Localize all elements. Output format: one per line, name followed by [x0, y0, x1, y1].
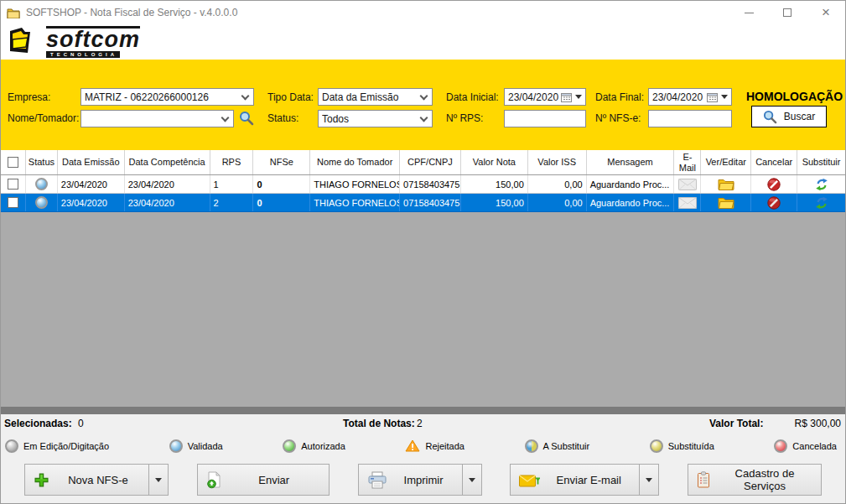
- send-email-icon: [519, 473, 540, 487]
- data-competencia-cell: 23/04/2020: [125, 194, 210, 211]
- row-checkbox[interactable]: [8, 179, 18, 190]
- cadastro-servicos-button[interactable]: Cadastro de Serviços: [688, 464, 822, 496]
- col-email[interactable]: E-Mail: [674, 150, 701, 174]
- col-data-competencia[interactable]: Data Competência: [125, 150, 210, 174]
- col-ver-editar[interactable]: Ver/Editar: [701, 150, 751, 174]
- dropdown-arrow-icon: [469, 478, 475, 482]
- dropdown-arrow-icon: [646, 478, 652, 482]
- nome-tomador-select[interactable]: [80, 110, 234, 127]
- valor-total-value: R$ 300,00: [795, 418, 841, 429]
- legend-substituida: Substituída: [650, 439, 714, 453]
- col-rps[interactable]: RPS: [210, 150, 254, 174]
- col-substituir[interactable]: Substituir: [797, 150, 845, 174]
- nova-nfse-button[interactable]: Nova NFS-e: [24, 464, 169, 496]
- rps-cell: 1: [210, 175, 254, 193]
- cancel-no-entry-icon[interactable]: [767, 178, 781, 191]
- select-all-checkbox[interactable]: [8, 157, 18, 168]
- notas-grid: Status Data Emissão Data Competência RPS…: [1, 150, 845, 414]
- row-checkbox[interactable]: [8, 197, 18, 208]
- status-em-edicao-icon: [5, 439, 18, 453]
- selecionadas-label: Selecionadas:: [4, 418, 72, 429]
- legend-validada: Validada: [169, 439, 223, 453]
- nova-nfse-label: Nova NFS-e: [56, 474, 140, 486]
- email-envelope-icon[interactable]: [678, 179, 697, 190]
- col-status[interactable]: Status: [26, 150, 58, 174]
- col-nome-tomador[interactable]: Nome do Tomador: [310, 150, 400, 174]
- window-controls: ×: [729, 1, 845, 24]
- nova-nfse-dropdown[interactable]: [148, 465, 168, 495]
- enviar-button[interactable]: Enviar: [197, 464, 330, 496]
- minimize-button[interactable]: [729, 1, 768, 24]
- col-cpf-cnpj[interactable]: CPF/CNPJ: [400, 150, 461, 174]
- imprimir-button[interactable]: Imprimir: [358, 464, 482, 496]
- nrps-input[interactable]: [504, 110, 586, 127]
- legend-em-edicao: Em Edição/Digitação: [5, 439, 109, 453]
- status-cancelada-icon: [774, 439, 787, 453]
- col-valor-nota[interactable]: Valor Nota: [461, 150, 528, 174]
- cadastro-servicos-label: Cadastro de Serviços: [717, 467, 812, 492]
- data-competencia-cell: 23/04/2020: [125, 175, 210, 193]
- status-a-substituir-icon: [525, 439, 538, 453]
- close-button[interactable]: ×: [807, 1, 845, 24]
- enviar-email-dropdown[interactable]: [639, 465, 658, 495]
- col-nfse[interactable]: NFSe: [253, 150, 310, 174]
- data-final-value: 23/04/2020: [652, 91, 707, 103]
- enviar-email-main[interactable]: Enviar E-mail: [511, 465, 639, 495]
- status-validada-icon: [169, 439, 183, 453]
- row-select-cell: [1, 194, 26, 211]
- chevron-down-icon: [221, 113, 230, 122]
- row-status-cell: [26, 194, 58, 211]
- data-inicial-label: Data Inicial:: [446, 91, 499, 103]
- enviar-label: Enviar: [228, 474, 320, 486]
- imprimir-main[interactable]: Imprimir: [359, 465, 462, 495]
- search-tomador-icon[interactable]: [239, 111, 254, 128]
- col-valor-iss[interactable]: Valor ISS: [528, 150, 587, 174]
- legend-label: Substituída: [668, 441, 714, 451]
- tipo-data-select[interactable]: Data da Emissão: [318, 88, 433, 106]
- select-all-header: [1, 150, 26, 174]
- buscar-button[interactable]: Buscar: [751, 106, 827, 127]
- substituir-action-cell: [797, 175, 845, 193]
- maximize-button[interactable]: [768, 1, 807, 24]
- email-action-cell: [674, 175, 701, 193]
- folder-open-icon[interactable]: [718, 196, 734, 209]
- maximize-icon: [783, 8, 792, 17]
- table-row[interactable]: 23/04/2020 23/04/2020 1 0 THIAGO FORNELO…: [1, 175, 845, 194]
- cancelar-action-cell: [751, 175, 797, 193]
- data-emissao-cell: 23/04/2020: [58, 194, 125, 211]
- nova-nfse-main[interactable]: Nova NFS-e: [25, 465, 148, 495]
- table-row[interactable]: 23/04/2020 23/04/2020 2 0 THIAGO FORNELO…: [1, 194, 845, 212]
- printer-icon: [367, 471, 387, 489]
- footer-panel: Selecionadas: 0 Total de Notas: 2 Valor …: [1, 414, 845, 503]
- nnfse-input[interactable]: [648, 110, 732, 127]
- col-mensagem[interactable]: Mensagem: [587, 150, 675, 174]
- legend-label: Em Edição/Digitação: [23, 441, 109, 451]
- email-envelope-icon[interactable]: [678, 197, 697, 209]
- enviar-main[interactable]: Enviar: [198, 465, 329, 495]
- enviar-email-button[interactable]: Enviar E-mail: [510, 464, 659, 496]
- calendar-icon: [707, 92, 718, 102]
- legend-a-substituir: A Substituir: [525, 439, 590, 453]
- ambiente-badge: HOMOLOGAÇÃO: [746, 90, 843, 103]
- action-buttons-bar: Nova NFS-e Enviar Imprimir: [1, 456, 845, 503]
- legend-label: A Substituir: [543, 441, 590, 451]
- col-data-emissao[interactable]: Data Emissão: [58, 150, 125, 174]
- rps-cell: 2: [210, 194, 254, 211]
- empresa-select[interactable]: MATRIZ - 06220266000126: [80, 88, 254, 106]
- legend-label: Cancelada: [792, 441, 837, 451]
- nfse-cell: 0: [253, 175, 310, 193]
- cancel-no-entry-icon[interactable]: [767, 196, 781, 210]
- status-select[interactable]: Todos: [318, 110, 433, 127]
- substitute-refresh-icon[interactable]: [815, 178, 828, 191]
- substitute-refresh-icon[interactable]: [815, 196, 828, 210]
- minimize-icon: [745, 13, 754, 13]
- col-cancelar[interactable]: Cancelar: [751, 150, 797, 174]
- total-notas-value: 2: [417, 418, 423, 429]
- imprimir-dropdown[interactable]: [462, 465, 481, 495]
- status-value: Todos: [322, 113, 418, 125]
- empresa-label: Empresa:: [8, 91, 50, 103]
- data-final-picker[interactable]: 23/04/2020: [648, 88, 732, 106]
- folder-open-icon[interactable]: [718, 178, 734, 190]
- data-inicial-picker[interactable]: 23/04/2020: [504, 88, 586, 106]
- cadastro-servicos-main[interactable]: Cadastro de Serviços: [688, 465, 821, 495]
